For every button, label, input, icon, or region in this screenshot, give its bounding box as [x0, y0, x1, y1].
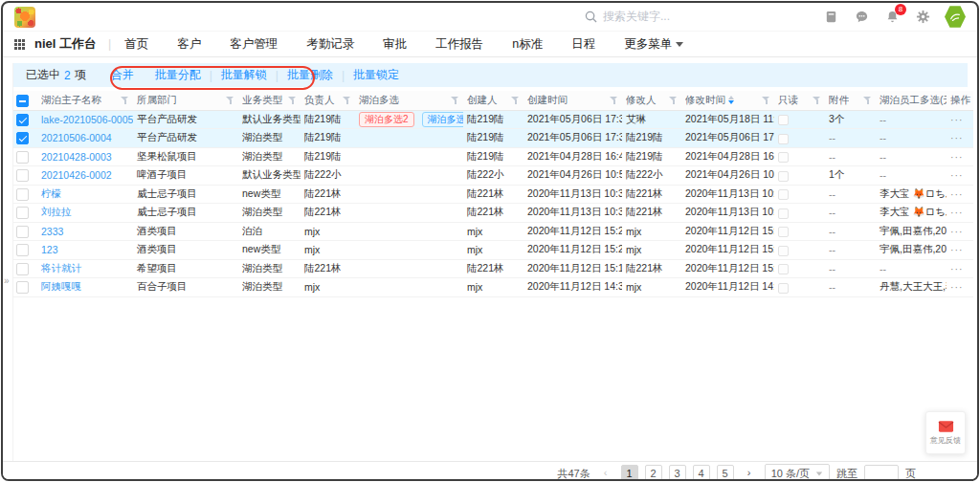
cell-checkbox [12, 110, 37, 129]
readonly-checkbox[interactable] [778, 152, 789, 163]
cell-employee-multi: -- [876, 166, 947, 186]
batch-delete-button[interactable]: 批量删除 [287, 67, 333, 83]
row-actions-button[interactable]: ··· [950, 244, 964, 255]
record-link[interactable]: 柠檬 [41, 187, 61, 199]
row-checkbox[interactable] [16, 132, 29, 144]
cell-lake-multi [355, 241, 463, 260]
cell-creator: 陆219陆 [463, 110, 523, 129]
row-actions-button[interactable]: ··· [950, 226, 964, 237]
nav-item-approval[interactable]: 审批 [383, 36, 407, 53]
cell-department: 威士忌子项目 [133, 185, 238, 204]
row-actions-button[interactable]: ··· [950, 207, 964, 218]
record-link[interactable]: 20210428-0003 [41, 151, 112, 163]
row-actions-button[interactable]: ··· [950, 114, 964, 125]
filter-icon[interactable] [511, 96, 520, 104]
nav-item-work-report[interactable]: 工作报告 [435, 36, 483, 53]
page-button[interactable]: 4 [693, 465, 710, 481]
nav-item-attendance[interactable]: 考勤记录 [306, 36, 354, 53]
batch-lock-button[interactable]: 批量锁定 [353, 67, 399, 83]
cell-created-time: 2020年11月12日 15:25 [523, 241, 622, 260]
user-avatar[interactable] [945, 6, 966, 29]
feedback-button[interactable]: 意见反馈 [925, 411, 966, 454]
readonly-checkbox[interactable] [778, 246, 789, 256]
readonly-checkbox[interactable] [778, 227, 789, 237]
row-actions-button[interactable]: ··· [950, 263, 964, 274]
cell-employee-multi: -- [876, 147, 947, 166]
readonly-checkbox[interactable] [778, 171, 789, 182]
filter-icon[interactable] [343, 96, 351, 104]
sidebar-collapse-handle[interactable]: » [4, 275, 10, 286]
nav-item-schedule[interactable]: 日程 [571, 36, 595, 53]
row-actions-button[interactable]: ··· [950, 132, 964, 143]
apps-grid-icon[interactable] [14, 39, 25, 50]
table-row: 123酒类项目new类型mjxmjx2020年11月12日 15:25mjx20… [12, 241, 973, 260]
readonly-checkbox[interactable] [778, 208, 789, 219]
row-checkbox[interactable] [16, 188, 29, 201]
record-link[interactable]: lake-20210506-0005 [41, 114, 133, 125]
nav-item-customer[interactable]: 客户 [177, 36, 201, 53]
record-link[interactable]: 2333 [41, 226, 63, 237]
readonly-checkbox[interactable] [778, 134, 789, 144]
filter-icon[interactable] [762, 96, 770, 104]
nav-item-customer-mgmt[interactable]: 客户管理 [230, 36, 278, 53]
workspace-title[interactable]: niel 工作台 [34, 35, 97, 53]
batch-unlock-button[interactable]: 批量解锁 [221, 67, 267, 83]
notification-bell-icon[interactable]: 8 [883, 9, 901, 26]
filter-icon[interactable] [813, 96, 821, 104]
row-checkbox[interactable] [16, 151, 29, 164]
record-link[interactable]: 将计就计 [41, 262, 81, 274]
prev-page-button[interactable]: ‹ [597, 465, 614, 481]
lake-multi-tag: 湖泊多选1 [422, 112, 463, 127]
record-link[interactable]: 20210426-0002 [41, 169, 112, 181]
page-button[interactable]: 5 [717, 465, 734, 481]
page-button[interactable]: 1 [621, 465, 638, 481]
row-checkbox[interactable] [16, 169, 29, 182]
message-icon[interactable] [853, 9, 870, 26]
notebook-icon[interactable] [822, 9, 839, 26]
filter-icon[interactable] [669, 96, 678, 104]
batch-assign-button[interactable]: 批量分配 [155, 67, 201, 83]
global-search[interactable]: 搜索关键字... [585, 9, 728, 25]
app-window: 搜索关键字... 8 niel 工作台 | 首页 客户 [1, 1, 979, 481]
readonly-checkbox[interactable] [778, 283, 789, 294]
page-button[interactable]: 2 [645, 465, 662, 481]
row-checkbox[interactable] [16, 263, 29, 275]
row-actions-button[interactable]: ··· [950, 188, 964, 200]
row-actions-button[interactable]: ··· [950, 281, 964, 293]
record-link[interactable]: 123 [41, 244, 58, 255]
row-checkbox[interactable] [16, 114, 29, 126]
filter-icon[interactable] [610, 96, 618, 104]
record-link[interactable]: 刘拉拉 [41, 206, 72, 217]
select-all-checkbox[interactable] [16, 95, 29, 107]
cell-modifier: 艾琳 [622, 110, 681, 129]
record-link[interactable]: 20210506-0004 [41, 132, 112, 143]
filter-icon[interactable] [121, 96, 129, 104]
row-checkbox[interactable] [16, 207, 29, 219]
filter-icon[interactable] [288, 96, 297, 104]
filter-icon[interactable] [863, 96, 872, 104]
row-checkbox[interactable] [16, 226, 29, 238]
next-page-button[interactable]: › [741, 465, 758, 481]
settings-gear-icon[interactable] [914, 9, 931, 26]
row-actions-button[interactable]: ··· [950, 151, 964, 163]
page-size-select[interactable]: 10 条/页 [765, 464, 830, 481]
jump-page-input[interactable] [864, 465, 899, 481]
cell-lake-multi [355, 204, 463, 223]
page-button[interactable]: 3 [669, 465, 686, 481]
app-logo[interactable] [14, 7, 35, 28]
record-link[interactable]: 阿姨嘎嘎 [41, 280, 81, 292]
nav-item-home[interactable]: 首页 [124, 36, 148, 53]
col-employee-multi: 湖泊员工多选(无属 [880, 94, 947, 105]
filter-icon[interactable] [226, 96, 234, 104]
readonly-checkbox[interactable] [778, 115, 789, 125]
filter-icon[interactable] [451, 96, 459, 104]
readonly-checkbox[interactable] [778, 189, 789, 200]
nav-more-menu[interactable]: 更多菜单 [624, 36, 683, 53]
sort-icons[interactable] [728, 96, 734, 104]
merge-button[interactable]: 合并 [111, 67, 134, 83]
nav-item-n-standard[interactable]: n标准 [512, 36, 543, 53]
row-checkbox[interactable] [16, 244, 29, 256]
readonly-checkbox[interactable] [778, 264, 789, 274]
row-actions-button[interactable]: ··· [950, 169, 964, 181]
row-checkbox[interactable] [16, 281, 29, 294]
